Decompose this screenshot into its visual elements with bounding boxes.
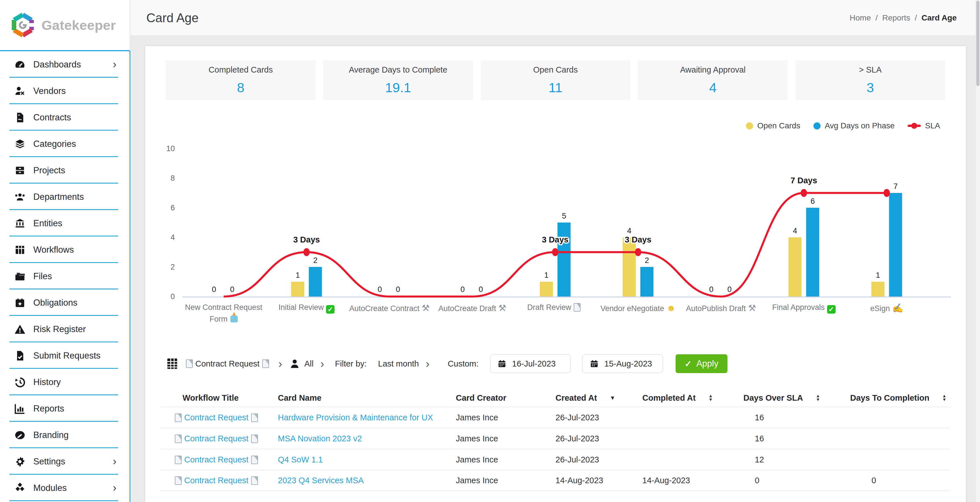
sidebar-item-vendors[interactable]: Vendors: [0, 78, 130, 104]
date-to-input[interactable]: 15-Aug-2023: [582, 354, 663, 373]
breadcrumb-reports[interactable]: Reports: [882, 13, 910, 22]
legend-sla[interactable]: SLA: [908, 121, 940, 130]
page-emoji: [574, 303, 581, 311]
card-name-link[interactable]: 2023 Q4 Services MSA: [278, 476, 364, 485]
stat-card-4: > SLA 3: [795, 60, 945, 100]
page-emoji: [251, 477, 258, 485]
svg-text:0: 0: [396, 285, 400, 294]
column-header-days-to-completion[interactable]: Days To Completion▲▼: [843, 393, 950, 403]
svg-text:4: 4: [793, 227, 797, 235]
assignee-chevron-icon[interactable]: ›: [320, 357, 324, 370]
main-area: Completed Cards 8 Average Days to Comple…: [130, 37, 980, 502]
cell-days-over-sla: 0: [736, 476, 843, 485]
breadcrumb: Home/Reports/Card Age: [850, 13, 957, 22]
svg-text:7: 7: [893, 182, 898, 191]
workflow-grid-icon: [166, 357, 179, 370]
breadcrumb-home[interactable]: Home: [850, 13, 871, 22]
stat-card-2: Open Cards 11: [480, 60, 631, 100]
scrollbar-thumb[interactable]: [976, 0, 980, 86]
sidebar: Gatekeeper Dashboards › Vendors Contract…: [0, 0, 130, 502]
stat-card-1: Average Days to Complete 19.1: [323, 60, 473, 100]
workflow-title-link[interactable]: Contract Request: [184, 413, 248, 422]
sidebar-item-label: Submit Requests: [33, 351, 100, 361]
sidebar-item-branding[interactable]: Branding: [0, 422, 130, 448]
legend-open-cards[interactable]: Open Cards: [746, 121, 800, 130]
categories-icon: [14, 138, 25, 150]
sidebar-item-label: Branding: [33, 430, 68, 440]
column-header-card-name[interactable]: Card Name: [271, 393, 439, 403]
sidebar-item-label: Settings: [33, 456, 65, 467]
sidebar-item-history[interactable]: History: [0, 369, 130, 395]
sidebar-item-contracts[interactable]: Contracts: [0, 104, 130, 130]
legend-avg-days[interactable]: Avg Days on Phase: [813, 121, 894, 130]
column-header-workflow-title[interactable]: Workflow Title: [161, 393, 271, 403]
card-name-link[interactable]: Q4 SoW 1.1: [278, 455, 323, 464]
sidebar-item-entities[interactable]: Entities: [0, 210, 130, 237]
page-emoji: [251, 435, 258, 443]
svg-text:7 Days: 7 Days: [791, 176, 818, 185]
card-name-link[interactable]: Hardware Provision & Maintenance for UX: [278, 413, 433, 422]
sidebar-item-label: Workflows: [33, 245, 74, 255]
column-header-card-creator[interactable]: Card Creator: [439, 393, 548, 403]
open-cards-swatch: [746, 122, 753, 129]
svg-text:0: 0: [709, 285, 713, 294]
sidebar-item-label: Dashboards: [33, 59, 81, 70]
sidebar-item-modules[interactable]: Modules ›: [0, 475, 130, 501]
chart-x-labels: New Contract Request Form Initial Review…: [162, 302, 951, 338]
filter-bar: Contract Request › All › Filter by: Last…: [166, 353, 951, 374]
column-header-days-over-sla[interactable]: Days Over SLA▲▼: [736, 393, 843, 403]
cell-card-creator: James Ince: [439, 434, 548, 443]
sidebar-item-label: Entities: [33, 218, 62, 229]
assignee-selector[interactable]: All: [304, 359, 313, 369]
svg-text:5: 5: [562, 212, 566, 220]
date-from-input[interactable]: 16-Jul-2023: [490, 354, 571, 373]
stat-value: 11: [549, 80, 563, 95]
workflow-title-link[interactable]: Contract Request: [184, 434, 248, 443]
sidebar-item-reports[interactable]: Reports: [0, 395, 130, 422]
sort-icon: ▲▼: [816, 394, 820, 402]
card-name-link[interactable]: MSA Novation 2023 v2: [278, 434, 362, 443]
workflow-title-link[interactable]: Contract Request: [184, 455, 248, 464]
apply-button[interactable]: ✓ Apply: [676, 354, 728, 373]
cell-days-to-completion: 0: [843, 476, 950, 485]
preset-chevron-icon[interactable]: ›: [426, 357, 430, 370]
sidebar-item-label: Modules: [33, 483, 67, 493]
workflow-chevron-icon[interactable]: ›: [278, 357, 282, 370]
x-label-0: New Contract Request Form: [181, 302, 267, 325]
page-emoji: [175, 435, 181, 443]
column-header-created-at[interactable]: Created At▼: [548, 393, 635, 403]
column-header-completed-at[interactable]: Completed At▲▼: [635, 393, 736, 403]
sidebar-item-dashboards[interactable]: Dashboards ›: [0, 51, 130, 78]
column-header-label: Created At: [555, 393, 597, 403]
sidebar-item-files[interactable]: Files: [0, 263, 130, 289]
page-emoji: [251, 456, 258, 464]
cell-card-name: Q4 SoW 1.1: [271, 455, 439, 464]
column-header-label: Completed At: [642, 393, 695, 403]
x-label-4: Draft Review: [512, 302, 598, 313]
sidebar-item-settings[interactable]: Settings ›: [0, 448, 130, 475]
brand-logo[interactable]: Gatekeeper: [0, 0, 130, 51]
svg-text:6: 6: [811, 197, 815, 205]
sidebar-item-risk-register[interactable]: Risk Register: [0, 316, 130, 342]
sidebar-item-projects[interactable]: Projects: [0, 157, 130, 184]
sidebar-item-label: Reports: [33, 404, 64, 414]
sidebar-item-obligations[interactable]: Obligations: [0, 289, 130, 316]
date-from-value: 16-Jul-2023: [512, 359, 556, 369]
cell-workflow-title: Contract Request: [161, 413, 271, 422]
gatekeeper-logo-icon: [10, 13, 35, 38]
branding-icon: [14, 429, 25, 441]
svg-text:0: 0: [727, 285, 732, 294]
column-header-label: Card Creator: [456, 393, 506, 403]
workflow-title-link[interactable]: Contract Request: [184, 476, 248, 485]
sidebar-item-departments[interactable]: Departments: [0, 184, 130, 210]
reports-icon: [14, 403, 25, 415]
sidebar-item-workflows[interactable]: Workflows: [0, 237, 130, 263]
table-row: Contract Request MSA Novation 2023 v2 Ja…: [161, 428, 950, 449]
preset-selector[interactable]: Last month: [378, 359, 419, 369]
sidebar-item-categories[interactable]: Categories: [0, 130, 130, 157]
chevron-right-icon: ›: [113, 58, 116, 71]
workflow-selector[interactable]: Contract Request: [183, 359, 272, 369]
table-row: Contract Request Hardware Provision & Ma…: [161, 407, 950, 428]
sidebar-item-submit-requests[interactable]: Submit Requests: [0, 342, 130, 369]
page-scrollbar[interactable]: [975, 0, 980, 502]
